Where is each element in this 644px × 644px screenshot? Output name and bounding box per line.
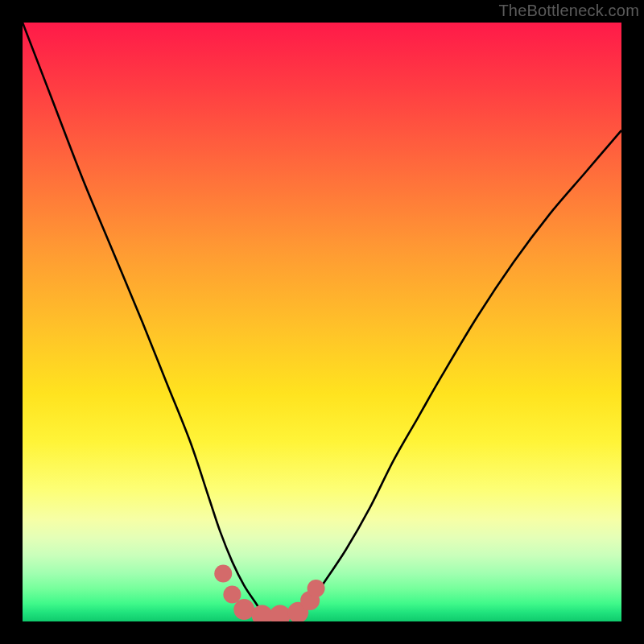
bottleneck-curve-svg: [23, 23, 621, 621]
curve-marker: [308, 580, 325, 597]
curve-marker: [233, 599, 254, 620]
bottleneck-curve-path: [23, 23, 621, 616]
curve-marker: [223, 586, 241, 604]
curve-marker: [252, 605, 273, 621]
plot-area: [23, 23, 621, 621]
curve-marker: [270, 605, 291, 621]
curve-marker-layer: [214, 564, 324, 621]
watermark-text: TheBottleneck.com: [498, 2, 639, 20]
curve-marker: [214, 564, 232, 582]
canvas-frame: TheBottleneck.com: [0, 0, 644, 644]
